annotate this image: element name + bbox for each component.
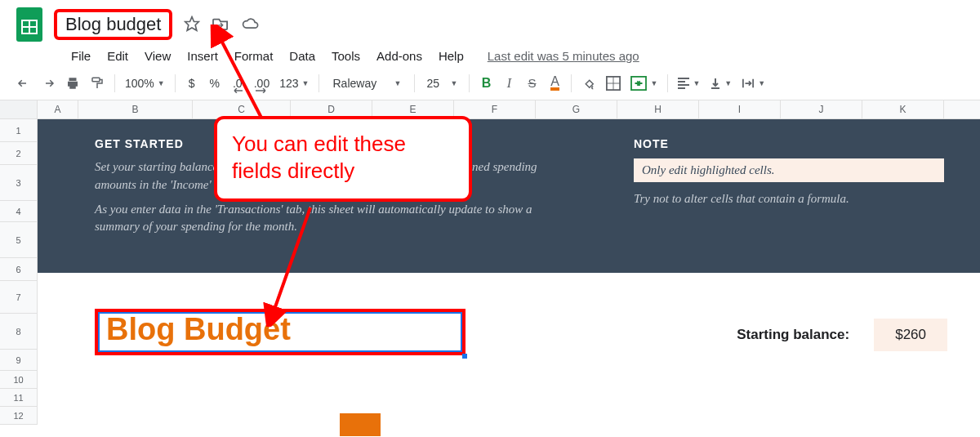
toolbar-separator	[114, 74, 115, 92]
col-header[interactable]: I	[699, 100, 781, 118]
format-currency-button[interactable]: $	[182, 73, 202, 94]
note-heading: NOTE	[634, 137, 944, 150]
row-header[interactable]: 5	[0, 222, 37, 258]
more-formats-dropdown[interactable]: 123▼	[276, 73, 312, 94]
menu-file[interactable]: File	[64, 46, 98, 66]
select-all-corner[interactable]	[0, 100, 38, 118]
toolbar-separator	[667, 74, 668, 92]
vertical-align-button[interactable]: ▼	[706, 73, 735, 94]
undo-button[interactable]	[13, 73, 34, 94]
sheet-title-cell[interactable]: Blog Budget	[95, 309, 466, 355]
format-percent-button[interactable]: %	[205, 73, 225, 94]
col-header[interactable]: L	[944, 100, 980, 118]
sheets-logo-icon[interactable]	[13, 5, 46, 44]
font-size-dropdown[interactable]: 25▼	[421, 73, 462, 94]
toolbar-separator	[469, 74, 470, 92]
last-edit-link[interactable]: Last edit was 5 minutes ago	[488, 49, 639, 63]
header: Blog budget File Edit View Insert Format…	[0, 0, 980, 66]
print-button[interactable]	[62, 73, 83, 94]
menu-addons[interactable]: Add-ons	[369, 46, 430, 66]
menu-edit[interactable]: Edit	[100, 46, 136, 66]
zoom-value: 100%	[125, 77, 154, 90]
bold-button[interactable]: B	[476, 73, 496, 94]
starting-balance-value-cell[interactable]: $260	[874, 319, 947, 351]
get-started-text-2: As you enter data in the 'Transactions' …	[95, 201, 552, 237]
zoom-dropdown[interactable]: 100%▼	[122, 73, 168, 94]
column-headers: A B C D E F G H I J K L M	[0, 100, 980, 119]
cell-grid[interactable]: GET STARTED Set your starting balance in…	[38, 119, 980, 425]
horizontal-align-button[interactable]: ▼	[675, 73, 703, 94]
italic-button[interactable]: I	[499, 73, 519, 94]
col-header[interactable]: F	[454, 100, 536, 118]
row-header[interactable]: 4	[0, 201, 37, 222]
wrap-icon	[742, 78, 755, 89]
row-header[interactable]: 8	[0, 314, 37, 350]
title-row: Blog budget	[8, 5, 972, 44]
col-header[interactable]: J	[781, 100, 862, 118]
borders-button[interactable]	[603, 73, 624, 94]
increase-decimal-button[interactable]: .00	[251, 73, 273, 94]
row-header[interactable]: 12	[0, 407, 37, 425]
doc-title-area: Blog budget	[54, 9, 261, 40]
row-header[interactable]: 1	[0, 119, 37, 142]
toolbar-separator	[414, 74, 415, 92]
redo-button[interactable]	[38, 73, 59, 94]
paint-format-button[interactable]	[87, 73, 108, 94]
font-family-value: Raleway	[332, 77, 376, 90]
row-header[interactable]: 6	[0, 258, 37, 281]
header-banner: GET STARTED Set your starting balance in…	[38, 119, 980, 273]
col-header[interactable]: H	[617, 100, 699, 118]
toolbar-separator	[318, 74, 319, 92]
starting-balance-label: Starting balance:	[737, 327, 849, 343]
star-icon[interactable]	[184, 16, 200, 34]
note-highlight-cell[interactable]: Only edit highlighted cells.	[634, 158, 944, 182]
font-size-value: 25	[426, 77, 439, 90]
col-header[interactable]: K	[862, 100, 944, 118]
valign-bottom-icon	[710, 77, 721, 90]
toolbar-separator	[175, 74, 176, 92]
menu-insert[interactable]: Insert	[180, 46, 225, 66]
fill-color-button[interactable]	[578, 73, 599, 94]
align-left-icon	[678, 78, 689, 89]
font-family-dropdown[interactable]: Raleway▼	[326, 73, 408, 94]
menu-help[interactable]: Help	[431, 46, 471, 66]
menu-bar: File Edit View Insert Format Data Tools …	[8, 46, 972, 66]
menu-tools[interactable]: Tools	[324, 46, 368, 66]
col-header[interactable]: G	[536, 100, 617, 118]
text-color-button[interactable]: A	[545, 73, 564, 94]
row-header[interactable]: 3	[0, 165, 37, 201]
toolbar-separator	[571, 74, 572, 92]
doc-title-input[interactable]: Blog budget	[54, 9, 172, 40]
cloud-status-icon[interactable]	[241, 16, 261, 33]
row-header[interactable]: 11	[0, 389, 37, 407]
menu-data[interactable]: Data	[282, 46, 323, 66]
svg-marker-4	[185, 16, 199, 30]
row-header[interactable]: 10	[0, 371, 37, 389]
strikethrough-button[interactable]: S	[522, 73, 541, 94]
sheet-body: 1 2 3 4 5 6 7 8 9 10 11 12 GET STARTED S…	[0, 119, 980, 425]
annotation-callout: You can edit these fields directly	[214, 116, 472, 202]
col-header[interactable]: B	[78, 100, 193, 118]
decrease-decimal-button[interactable]: .0	[228, 73, 247, 94]
merge-cells-button[interactable]: ▼	[627, 73, 661, 94]
toolbar: 100%▼ $ % .0 .00 123▼ Raleway▼ 25▼ B I S…	[0, 66, 980, 100]
svg-rect-5	[92, 78, 100, 82]
row-header[interactable]: 7	[0, 281, 37, 314]
menu-format[interactable]: Format	[227, 46, 281, 66]
col-header[interactable]: A	[38, 100, 78, 118]
text-wrap-button[interactable]: ▼	[738, 73, 768, 94]
move-icon[interactable]	[212, 16, 229, 33]
row-header[interactable]: 9	[0, 350, 37, 371]
row-header[interactable]: 2	[0, 142, 37, 165]
chart-legend-swatch	[340, 413, 381, 436]
menu-view[interactable]: View	[137, 46, 178, 66]
row-headers: 1 2 3 4 5 6 7 8 9 10 11 12	[0, 119, 38, 425]
starting-balance-row: Starting balance: $260	[737, 319, 947, 351]
note-formula-text: Try not to alter cells that contain a fo…	[634, 190, 944, 208]
